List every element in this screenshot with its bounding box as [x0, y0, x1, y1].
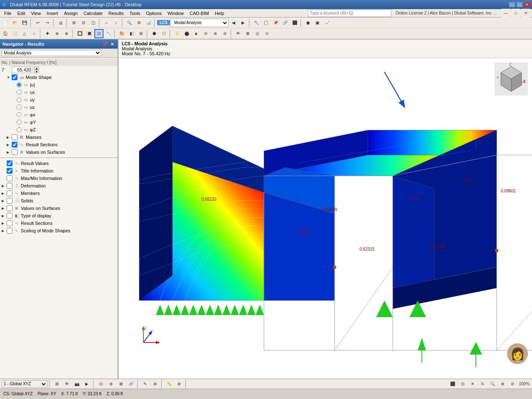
nav-deformation-row[interactable]: ⤴ Deformation — [0, 182, 118, 190]
shade-btn[interactable]: ◧ — [127, 29, 136, 38]
menu-edit[interactable]: Edit — [15, 10, 28, 17]
nav-pin-btn[interactable]: 📌 — [102, 41, 108, 47]
view-btn-4[interactable]: ○ — [30, 29, 39, 38]
vis-btn-4[interactable]: ⊙ — [262, 29, 271, 38]
mode-analysis-combo[interactable]: Modal Analysis — [170, 19, 229, 27]
view-btn-1[interactable]: 🏠 — [1, 29, 10, 38]
print-btn[interactable]: 🖨 — [56, 18, 65, 27]
maximize-button[interactable]: □ — [516, 2, 523, 7]
menu-tools[interactable]: Tools — [127, 10, 143, 17]
phi-y-radio[interactable] — [17, 120, 22, 125]
color-btn[interactable]: 🎨 — [117, 29, 126, 38]
nav-type-display-row[interactable]: ◧ Type of display — [0, 212, 118, 219]
tb-btn-1[interactable]: ⊞ — [69, 18, 79, 27]
new-btn[interactable]: 📄 — [1, 18, 10, 27]
save-btn[interactable]: 💾 — [20, 18, 29, 27]
tb-btn-8[interactable]: 📊 — [144, 18, 153, 27]
btb-btn-3[interactable]: 📷 — [72, 379, 81, 389]
values-surfaces-checkbox[interactable] — [12, 149, 17, 155]
tb-btn-15[interactable]: ▣ — [313, 18, 322, 27]
btb-btn-6[interactable]: ⊛ — [106, 379, 116, 389]
menu-options[interactable]: Options — [143, 10, 164, 17]
render-btn-2[interactable]: ⬡ — [159, 29, 168, 38]
menu-window[interactable]: Window — [165, 10, 186, 17]
tb-btn-9[interactable]: 🔧 — [252, 18, 261, 27]
values-surfaces-bottom-checkbox[interactable] — [7, 205, 12, 211]
nav-scaling-row[interactable]: ∿ Scaling of Mode Shapes — [0, 227, 118, 234]
freq-value-input[interactable] — [12, 66, 32, 73]
extra-btn-6[interactable]: ⊜ — [220, 29, 229, 38]
nav-result-sections-bottom-row[interactable]: ∿ Result Sections — [0, 219, 118, 227]
btb-r-btn-7[interactable]: ⊘ — [508, 379, 517, 389]
tb-btn-7[interactable]: ⚙ — [134, 18, 143, 27]
view-btn-3[interactable]: △ — [20, 29, 29, 38]
vis-btn-1[interactable]: 👁 — [234, 29, 243, 38]
coord-sys-select[interactable]: 1 - Global XYZ — [2, 380, 47, 388]
nav-values-surfaces-row[interactable]: ⊞ Values on Surfaces — [0, 148, 118, 156]
nav-analysis-select[interactable]: Modal Analysis — [2, 50, 101, 56]
nav-prev-btn[interactable]: ◀ — [229, 18, 238, 27]
btb-measure-btn[interactable]: 📏 — [165, 379, 174, 389]
tb-btn-14[interactable]: ◼ — [303, 18, 313, 27]
nav-result-values-row[interactable]: ∿ Result Values — [0, 160, 118, 167]
tb-btn-10[interactable]: 📋 — [261, 18, 271, 27]
tb-btn-3[interactable]: ◫ — [89, 18, 98, 27]
btb-snap-btn[interactable]: ⊗ — [175, 379, 184, 389]
search-input[interactable] — [308, 10, 392, 17]
snap-btn-1[interactable]: ✚ — [43, 29, 52, 38]
undo-btn[interactable]: ↩ — [33, 18, 42, 27]
disp-btn-2[interactable]: 🔳 — [85, 29, 94, 38]
open-btn[interactable]: 📂 — [10, 18, 20, 27]
maxmin-checkbox[interactable] — [7, 175, 12, 181]
members-checkbox[interactable] — [7, 190, 12, 196]
view-btn-2[interactable]: ⬜ — [10, 29, 20, 38]
tb-btn-5[interactable]: ↕ — [111, 18, 121, 27]
result-values-checkbox[interactable] — [7, 160, 12, 166]
nav-uy-row[interactable]: ▭ uy — [0, 96, 118, 103]
disp-active-btn[interactable]: ⊡ — [94, 29, 103, 38]
freq-down-btn[interactable]: ▼ — [34, 70, 39, 73]
nav-values-surfaces-bottom-row[interactable]: ⊞ Values on Surfaces — [0, 204, 118, 212]
tb-btn-13[interactable]: ⬛ — [290, 18, 299, 27]
nav-close-btn[interactable]: ✕ — [109, 41, 115, 47]
tb-btn-2[interactable]: ⊟ — [79, 18, 88, 27]
nav-u-abs-row[interactable]: ▭ |u| — [0, 81, 118, 89]
nav-next-btn[interactable]: ▶ — [239, 18, 248, 27]
solids-checkbox[interactable] — [7, 198, 12, 204]
window-minimize-btn[interactable]: — — [501, 9, 510, 18]
nav-solids-row[interactable]: ⬜ Solids — [0, 197, 118, 204]
uz-radio[interactable] — [17, 105, 22, 110]
window-maximize-btn[interactable]: □ — [511, 9, 520, 18]
render-btn-1[interactable]: ⬟ — [150, 29, 159, 38]
wire-btn[interactable]: ⊞ — [136, 29, 145, 38]
nav-result-sections-top-row[interactable]: ∿ Result Sections — [0, 141, 118, 148]
tb-btn-12[interactable]: 🔗 — [281, 18, 290, 27]
scaling-checkbox[interactable] — [7, 228, 12, 234]
snap-btn-3[interactable]: ⊗ — [62, 29, 71, 38]
result-sections-top-checkbox[interactable] — [12, 142, 17, 148]
nav-title-info-row[interactable]: ∿ Title Information — [0, 167, 118, 175]
ux-radio[interactable] — [17, 90, 22, 95]
disp-btn-3[interactable]: 📉 — [104, 29, 113, 38]
mode-shape-checkbox[interactable] — [12, 74, 17, 80]
vis-btn-3[interactable]: ◎ — [253, 29, 262, 38]
btb-btn-7[interactable]: ⊠ — [116, 379, 126, 389]
nav-phi-z-row[interactable]: ▭ φZ — [0, 126, 118, 133]
minimize-button[interactable]: — — [509, 2, 515, 7]
vis-btn-2[interactable]: ⊠ — [243, 29, 252, 38]
freq-up-btn[interactable]: ▲ — [34, 66, 39, 70]
nav-phi-x-row[interactable]: ▭ φx — [0, 111, 118, 118]
extra-btn-3[interactable]: ◈ — [192, 29, 201, 38]
deformation-checkbox[interactable] — [7, 183, 12, 189]
btb-r-btn-4[interactable]: ↻ — [478, 379, 487, 389]
nav-mode-shape-row[interactable]: ▭ Mode Shape — [0, 74, 118, 81]
u-abs-radio[interactable] — [17, 82, 22, 87]
title-info-checkbox[interactable] — [7, 168, 12, 174]
btb-btn-4[interactable]: ▶ — [82, 379, 91, 389]
btb-btn-9[interactable]: ✎ — [140, 379, 150, 389]
viewport[interactable]: LC5 - Modal Analysis Modal Analysis Mode… — [118, 39, 532, 379]
phi-z-radio[interactable] — [17, 127, 22, 132]
nav-ux-row[interactable]: ▭ ux — [0, 89, 118, 96]
menu-insert[interactable]: Insert — [44, 10, 61, 17]
redo-btn[interactable]: ↪ — [43, 18, 52, 27]
